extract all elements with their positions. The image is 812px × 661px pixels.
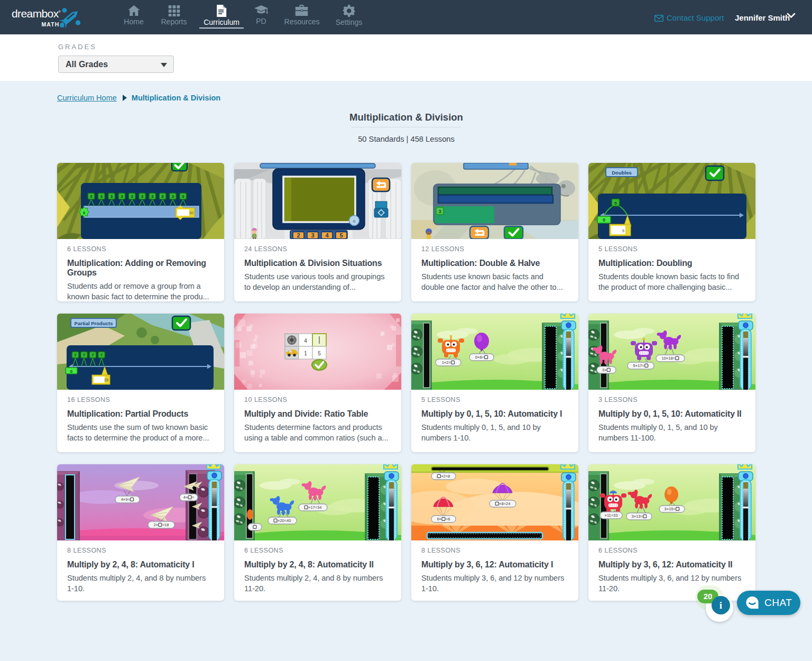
svg-text:3: 3: [439, 209, 441, 214]
svg-text:4×: 4×: [183, 495, 188, 500]
svg-text:×11=33: ×11=33: [605, 513, 618, 518]
svg-text:0: 0: [70, 369, 73, 374]
svg-text:5: 5: [614, 201, 617, 206]
svg-text:5: 5: [339, 232, 343, 238]
svg-text:0: 0: [353, 219, 356, 224]
svg-text:4: 4: [325, 232, 329, 238]
svg-text:3: 3: [110, 194, 113, 199]
svg-text:5×17=: 5×17=: [633, 363, 645, 368]
svg-text:10×18=: 10×18=: [662, 356, 676, 361]
svg-text:×2=8: ×2=8: [441, 474, 450, 479]
svg-text:×17=34: ×17=34: [308, 505, 321, 510]
svg-text:4×9=: 4×9=: [121, 497, 131, 502]
svg-text:3: 3: [121, 194, 123, 199]
svg-text:7: 7: [100, 353, 103, 357]
svg-text:0: 0: [603, 217, 605, 223]
svg-text:×8=24: ×8=24: [499, 501, 510, 506]
svg-text:3: 3: [141, 194, 144, 199]
svg-text:4: 4: [304, 338, 307, 344]
svg-text:5: 5: [622, 228, 625, 233]
svg-text:1: 1: [304, 351, 307, 356]
svg-text:3: 3: [311, 232, 314, 238]
svg-text:2: 2: [297, 232, 300, 238]
svg-text:5: 5: [318, 351, 321, 356]
svg-text:0: 0: [83, 210, 85, 215]
svg-text:28: 28: [104, 378, 108, 382]
svg-text:Partial Products: Partial Products: [75, 320, 113, 326]
svg-text:3: 3: [172, 194, 174, 199]
svg-text:=18: =18: [162, 522, 169, 527]
svg-text:7: 7: [91, 353, 94, 357]
svg-text:7: 7: [74, 353, 77, 357]
svg-text:3: 3: [151, 194, 154, 199]
svg-text:3: 3: [100, 194, 103, 199]
svg-text:1×2=: 1×2=: [442, 360, 451, 365]
svg-text:6×: 6×: [437, 517, 442, 521]
svg-text:3×15=: 3×15=: [665, 507, 676, 511]
svg-text:3×: 3×: [602, 368, 607, 372]
svg-text:3: 3: [90, 194, 93, 199]
svg-text:3: 3: [182, 194, 184, 199]
svg-text:×20=40: ×20=40: [278, 518, 291, 523]
svg-text:7: 7: [83, 353, 86, 357]
svg-text:3: 3: [161, 194, 164, 199]
svg-text:=: =: [192, 495, 195, 500]
svg-text:3: 3: [131, 194, 133, 199]
svg-text:3×13=: 3×13=: [632, 514, 643, 519]
svg-text:2×: 2×: [154, 522, 159, 527]
svg-text:0×8=: 0×8=: [475, 355, 485, 360]
svg-text:=6: =6: [446, 517, 450, 521]
svg-text:30: 30: [189, 211, 193, 215]
svg-text:Doubles: Doubles: [612, 170, 631, 176]
